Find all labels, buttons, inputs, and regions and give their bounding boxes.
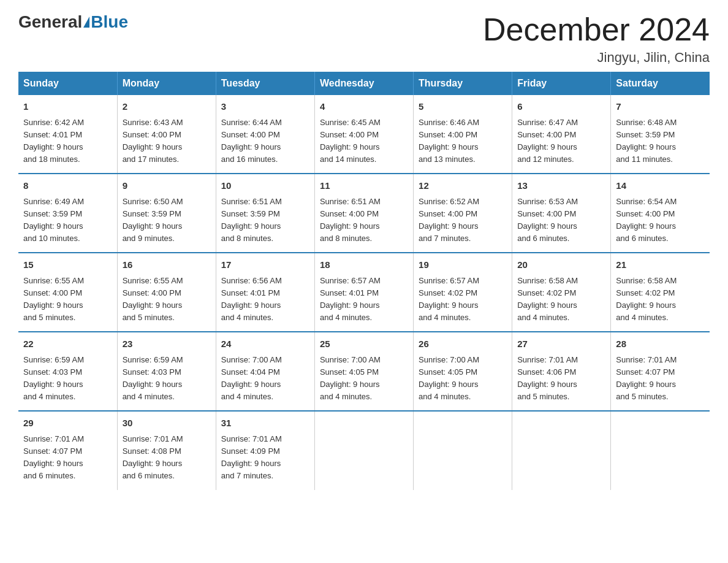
day-number: 1	[23, 100, 112, 114]
day-info: Sunrise: 6:43 AMSunset: 4:00 PMDaylight:…	[123, 118, 183, 164]
col-wednesday: Wednesday	[314, 72, 413, 95]
title-block: December 2024 Jingyu, Jilin, China	[483, 12, 710, 66]
day-info: Sunrise: 6:45 AMSunset: 4:00 PMDaylight:…	[320, 118, 381, 164]
logo: General Blue	[18, 12, 128, 32]
table-row: 22Sunrise: 6:59 AMSunset: 4:03 PMDayligh…	[18, 332, 117, 411]
table-row: 11Sunrise: 6:51 AMSunset: 4:00 PMDayligh…	[314, 174, 413, 253]
col-monday: Monday	[117, 72, 216, 95]
page-header: General Blue December 2024 Jingyu, Jilin…	[18, 12, 710, 66]
day-info: Sunrise: 6:55 AMSunset: 4:00 PMDaylight:…	[123, 276, 183, 322]
day-number: 15	[23, 258, 112, 272]
table-row: 10Sunrise: 6:51 AMSunset: 3:59 PMDayligh…	[216, 174, 314, 253]
table-row: 1Sunrise: 6:42 AMSunset: 4:01 PMDaylight…	[18, 95, 117, 174]
table-row: 24Sunrise: 7:00 AMSunset: 4:04 PMDayligh…	[216, 332, 314, 411]
day-info: Sunrise: 7:01 AMSunset: 4:07 PMDaylight:…	[23, 434, 84, 480]
table-row: 30Sunrise: 7:01 AMSunset: 4:08 PMDayligh…	[117, 411, 216, 489]
day-number: 23	[123, 337, 211, 351]
day-number: 22	[23, 337, 112, 351]
day-number: 24	[221, 337, 309, 351]
logo-triangle-icon	[83, 17, 89, 28]
day-info: Sunrise: 6:59 AMSunset: 4:03 PMDaylight:…	[23, 355, 84, 401]
day-number: 16	[123, 258, 211, 272]
table-row: 16Sunrise: 6:55 AMSunset: 4:00 PMDayligh…	[117, 253, 216, 332]
table-row: 3Sunrise: 6:44 AMSunset: 4:00 PMDaylight…	[216, 95, 314, 174]
day-info: Sunrise: 7:00 AMSunset: 4:04 PMDaylight:…	[221, 355, 282, 401]
day-info: Sunrise: 6:53 AMSunset: 4:00 PMDaylight:…	[517, 197, 578, 243]
day-number: 11	[320, 179, 408, 193]
table-row: 21Sunrise: 6:58 AMSunset: 4:02 PMDayligh…	[611, 253, 710, 332]
table-row: 15Sunrise: 6:55 AMSunset: 4:00 PMDayligh…	[18, 253, 117, 332]
day-number: 12	[419, 179, 507, 193]
day-number: 19	[419, 258, 507, 272]
table-row: 2Sunrise: 6:43 AMSunset: 4:00 PMDaylight…	[117, 95, 216, 174]
table-row: 13Sunrise: 6:53 AMSunset: 4:00 PMDayligh…	[512, 174, 611, 253]
day-info: Sunrise: 7:01 AMSunset: 4:08 PMDaylight:…	[123, 434, 183, 480]
day-info: Sunrise: 7:01 AMSunset: 4:06 PMDaylight:…	[517, 355, 578, 401]
calendar-title: December 2024	[483, 12, 710, 47]
day-info: Sunrise: 6:57 AMSunset: 4:02 PMDaylight:…	[419, 276, 479, 322]
day-number: 18	[320, 258, 408, 272]
table-row: 26Sunrise: 7:00 AMSunset: 4:05 PMDayligh…	[414, 332, 512, 411]
day-info: Sunrise: 6:51 AMSunset: 3:59 PMDaylight:…	[221, 197, 282, 243]
day-number: 28	[616, 337, 705, 351]
calendar-week-row: 8Sunrise: 6:49 AMSunset: 3:59 PMDaylight…	[18, 174, 710, 253]
day-info: Sunrise: 6:42 AMSunset: 4:01 PMDaylight:…	[23, 118, 84, 164]
day-number: 3	[221, 100, 309, 114]
day-info: Sunrise: 7:01 AMSunset: 4:07 PMDaylight:…	[616, 355, 677, 401]
table-row	[611, 411, 710, 489]
day-number: 21	[616, 258, 705, 272]
day-number: 25	[320, 337, 408, 351]
col-thursday: Thursday	[414, 72, 512, 95]
day-number: 10	[221, 179, 309, 193]
table-row: 12Sunrise: 6:52 AMSunset: 4:00 PMDayligh…	[414, 174, 512, 253]
calendar-week-row: 15Sunrise: 6:55 AMSunset: 4:00 PMDayligh…	[18, 253, 710, 332]
calendar-table: Sunday Monday Tuesday Wednesday Thursday…	[18, 72, 710, 489]
day-number: 2	[123, 100, 211, 114]
logo-general-text: General	[18, 12, 82, 32]
day-number: 6	[517, 100, 605, 114]
day-info: Sunrise: 6:54 AMSunset: 4:00 PMDaylight:…	[616, 197, 677, 243]
day-info: Sunrise: 7:00 AMSunset: 4:05 PMDaylight:…	[419, 355, 479, 401]
table-row	[314, 411, 413, 489]
table-row: 23Sunrise: 6:59 AMSunset: 4:03 PMDayligh…	[117, 332, 216, 411]
table-row: 31Sunrise: 7:01 AMSunset: 4:09 PMDayligh…	[216, 411, 314, 489]
table-row: 25Sunrise: 7:00 AMSunset: 4:05 PMDayligh…	[314, 332, 413, 411]
day-number: 8	[23, 179, 112, 193]
day-info: Sunrise: 6:48 AMSunset: 3:59 PMDaylight:…	[616, 118, 677, 164]
day-info: Sunrise: 6:50 AMSunset: 3:59 PMDaylight:…	[123, 197, 183, 243]
table-row: 29Sunrise: 7:01 AMSunset: 4:07 PMDayligh…	[18, 411, 117, 489]
day-info: Sunrise: 7:00 AMSunset: 4:05 PMDaylight:…	[320, 355, 381, 401]
table-row: 5Sunrise: 6:46 AMSunset: 4:00 PMDaylight…	[414, 95, 512, 174]
table-row: 9Sunrise: 6:50 AMSunset: 3:59 PMDaylight…	[117, 174, 216, 253]
table-row: 27Sunrise: 7:01 AMSunset: 4:06 PMDayligh…	[512, 332, 611, 411]
day-number: 20	[517, 258, 605, 272]
day-number: 9	[123, 179, 211, 193]
day-number: 27	[517, 337, 605, 351]
col-saturday: Saturday	[611, 72, 710, 95]
day-number: 13	[517, 179, 605, 193]
table-row: 28Sunrise: 7:01 AMSunset: 4:07 PMDayligh…	[611, 332, 710, 411]
day-info: Sunrise: 6:55 AMSunset: 4:00 PMDaylight:…	[23, 276, 84, 322]
day-info: Sunrise: 6:56 AMSunset: 4:01 PMDaylight:…	[221, 276, 282, 322]
day-number: 14	[616, 179, 705, 193]
table-row: 19Sunrise: 6:57 AMSunset: 4:02 PMDayligh…	[414, 253, 512, 332]
day-info: Sunrise: 6:58 AMSunset: 4:02 PMDaylight:…	[517, 276, 578, 322]
day-info: Sunrise: 6:47 AMSunset: 4:00 PMDaylight:…	[517, 118, 578, 164]
day-info: Sunrise: 6:52 AMSunset: 4:00 PMDaylight:…	[419, 197, 479, 243]
table-row: 7Sunrise: 6:48 AMSunset: 3:59 PMDaylight…	[611, 95, 710, 174]
calendar-week-row: 1Sunrise: 6:42 AMSunset: 4:01 PMDaylight…	[18, 95, 710, 174]
day-number: 29	[23, 416, 112, 431]
table-row: 20Sunrise: 6:58 AMSunset: 4:02 PMDayligh…	[512, 253, 611, 332]
table-row: 17Sunrise: 6:56 AMSunset: 4:01 PMDayligh…	[216, 253, 314, 332]
calendar-header-row: Sunday Monday Tuesday Wednesday Thursday…	[18, 72, 710, 95]
col-friday: Friday	[512, 72, 611, 95]
table-row: 4Sunrise: 6:45 AMSunset: 4:00 PMDaylight…	[314, 95, 413, 174]
col-sunday: Sunday	[18, 72, 117, 95]
table-row: 8Sunrise: 6:49 AMSunset: 3:59 PMDaylight…	[18, 174, 117, 253]
table-row: 6Sunrise: 6:47 AMSunset: 4:00 PMDaylight…	[512, 95, 611, 174]
table-row: 18Sunrise: 6:57 AMSunset: 4:01 PMDayligh…	[314, 253, 413, 332]
day-number: 7	[616, 100, 705, 114]
day-info: Sunrise: 6:59 AMSunset: 4:03 PMDaylight:…	[123, 355, 183, 401]
logo-blue-text: Blue	[91, 12, 128, 32]
day-info: Sunrise: 6:46 AMSunset: 4:00 PMDaylight:…	[419, 118, 479, 164]
